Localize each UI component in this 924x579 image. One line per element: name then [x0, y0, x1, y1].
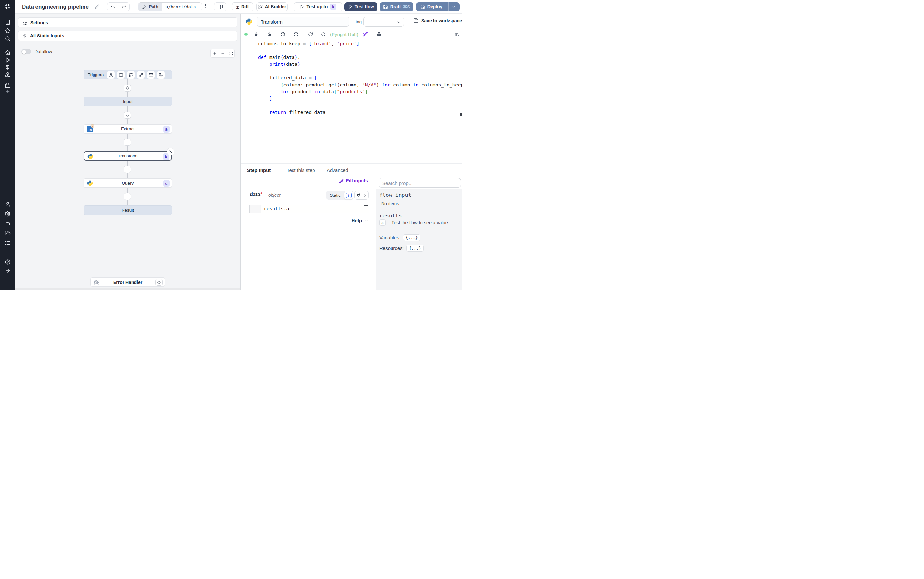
workspace-icon[interactable]: [4, 18, 11, 26]
email-icon[interactable]: [147, 71, 155, 79]
dataflow-toggle[interactable]: [21, 49, 31, 54]
step-name-input[interactable]: [257, 17, 349, 27]
search-icon[interactable]: [4, 35, 11, 43]
fill-inputs-button[interactable]: Fill inputs: [339, 178, 368, 183]
route-icon[interactable]: [127, 71, 135, 79]
expression-gutter: [250, 205, 261, 213]
runs-icon[interactable]: [4, 56, 11, 64]
editor-scrollbar[interactable]: [460, 113, 462, 116]
results-section-label[interactable]: results: [379, 213, 402, 219]
poll-icon[interactable]: [157, 71, 165, 79]
code-editor[interactable]: columns_to_keep = ['brand', 'price'] def…: [241, 39, 462, 118]
favorites-icon[interactable]: [4, 27, 11, 34]
workers-bot-icon[interactable]: [4, 220, 11, 227]
step-editor-panel: tag Save to workspace (Pyright Ruff): [240, 13, 462, 290]
error-handler-node[interactable]: Error Handler: [90, 277, 165, 287]
insert-step-button[interactable]: [124, 166, 131, 173]
path-control[interactable]: Path u/henri/data_: [138, 2, 202, 11]
all-static-inputs-button[interactable]: All Static Inputs: [18, 31, 237, 41]
home-icon[interactable]: [4, 49, 11, 56]
triggers-node[interactable]: Triggers: [83, 70, 172, 79]
expression-value[interactable]: results.a: [264, 206, 289, 211]
expression-mode-option[interactable]: f: [344, 191, 353, 200]
add-error-handler-button[interactable]: [155, 279, 163, 286]
ai-wand-icon[interactable]: [362, 31, 369, 38]
canvas-horizontal-scrollbar[interactable]: [15, 288, 240, 290]
undo-redo-group: [107, 2, 130, 11]
fit-view-icon[interactable]: [229, 51, 233, 56]
insert-step-button[interactable]: [124, 85, 131, 92]
tab-advanced[interactable]: Advanced: [327, 164, 348, 177]
more-menu-icon[interactable]: [203, 3, 208, 8]
deselect-node-button[interactable]: [167, 148, 175, 155]
deploy-main[interactable]: Deploy: [416, 2, 446, 11]
redo-button[interactable]: [118, 3, 129, 11]
tab-test-this-step[interactable]: Test this step: [287, 164, 315, 177]
path-edit-segment[interactable]: Path: [138, 3, 162, 11]
flow-settings-button[interactable]: Settings: [18, 17, 237, 28]
static-mode-option[interactable]: Static: [326, 193, 344, 198]
flow-input-section-label[interactable]: flow_input: [379, 192, 411, 198]
docs-book-button[interactable]: [214, 2, 226, 11]
help-icon[interactable]: [4, 258, 11, 266]
ai-builder-button[interactable]: AI Builder: [256, 2, 288, 11]
variables-icon[interactable]: [4, 63, 11, 71]
settings-gear-icon[interactable]: [4, 210, 11, 218]
test-flow-button[interactable]: Test flow: [344, 2, 377, 11]
refresh-icon[interactable]: [307, 31, 313, 38]
editor-settings-icon[interactable]: [376, 31, 382, 38]
schedule-icon[interactable]: [117, 71, 125, 79]
refresh-icon[interactable]: [320, 31, 327, 38]
node-query[interactable]: Query c: [83, 178, 172, 188]
webhook-icon[interactable]: [107, 71, 115, 79]
expand-rail-icon[interactable]: [4, 267, 11, 275]
function-icon: f: [346, 193, 351, 198]
step-editor-header: tag Save to workspace: [241, 13, 462, 29]
variable-picker-icon[interactable]: [253, 31, 259, 38]
test-up-to-button[interactable]: Test up to b: [294, 2, 342, 11]
zoom-in-icon[interactable]: [212, 51, 217, 56]
resources-object-badge[interactable]: {...}: [406, 245, 424, 252]
variables-object-badge[interactable]: {...}: [403, 234, 421, 241]
undo-button[interactable]: [108, 3, 118, 11]
input-field-row: data* object Static f: [241, 190, 376, 200]
diff-button[interactable]: ± Diff: [232, 2, 253, 11]
draft-button[interactable]: Draft ⌘S: [380, 2, 413, 11]
resources-icon[interactable]: [4, 70, 11, 79]
deploy-dropdown-caret[interactable]: [448, 2, 459, 11]
deploy-button[interactable]: Deploy: [416, 2, 460, 11]
node-transform[interactable]: Transform b: [83, 151, 172, 160]
edit-title-icon[interactable]: [95, 4, 100, 9]
node-input[interactable]: Input: [83, 97, 172, 106]
step-input-content: Fill inputs data* object Static f: [241, 177, 462, 290]
chevron-down-icon: [364, 218, 369, 222]
arrow-right-icon[interactable]: [362, 193, 367, 198]
insert-step-button[interactable]: [124, 139, 131, 146]
package-icon[interactable]: [293, 31, 299, 38]
zoom-out-icon[interactable]: [220, 51, 225, 56]
windmill-logo[interactable]: [4, 3, 11, 10]
help-dropdown[interactable]: Help: [351, 218, 369, 223]
path-value[interactable]: u/henri/data_: [162, 3, 202, 11]
python-icon: [246, 18, 252, 25]
prop-search-input[interactable]: [379, 178, 461, 188]
save-to-workspace-button[interactable]: Save to workspace: [413, 18, 462, 23]
library-icon[interactable]: [454, 31, 460, 38]
plug-icon[interactable]: [356, 193, 361, 198]
add-icon[interactable]: [4, 87, 11, 95]
user-icon[interactable]: [4, 200, 11, 208]
result-key-badge[interactable]: a: [379, 219, 386, 226]
expression-editor[interactable]: results.a: [249, 204, 369, 213]
node-result[interactable]: Result: [83, 206, 172, 215]
package-icon[interactable]: [280, 31, 286, 38]
tab-step-input[interactable]: Step Input: [247, 164, 271, 177]
resource-picker-icon[interactable]: [266, 31, 273, 38]
tag-select[interactable]: [364, 17, 404, 27]
node-extract[interactable]: TS Extract a: [83, 124, 172, 134]
folders-icon[interactable]: [4, 229, 11, 237]
path-label: Path: [149, 4, 158, 9]
insert-step-button[interactable]: [124, 111, 131, 119]
websocket-icon[interactable]: [137, 71, 145, 79]
audit-logs-icon[interactable]: [4, 239, 11, 247]
insert-step-button[interactable]: [124, 193, 131, 200]
